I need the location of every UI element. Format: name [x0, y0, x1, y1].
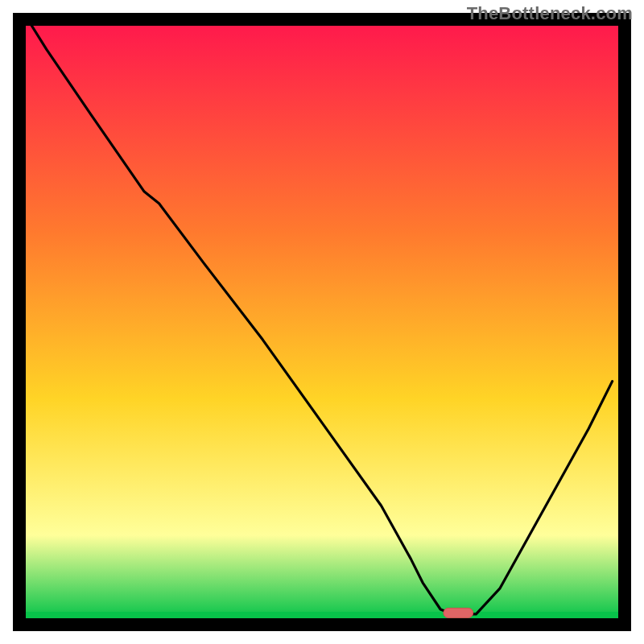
watermark-text: TheBottleneck.com: [467, 3, 633, 24]
green-baseline: [26, 612, 618, 618]
gradient-background: [26, 26, 618, 618]
chart-container: TheBottleneck.com: [0, 0, 644, 644]
bottleneck-chart-svg: [0, 0, 644, 644]
optimal-marker: [444, 608, 473, 617]
